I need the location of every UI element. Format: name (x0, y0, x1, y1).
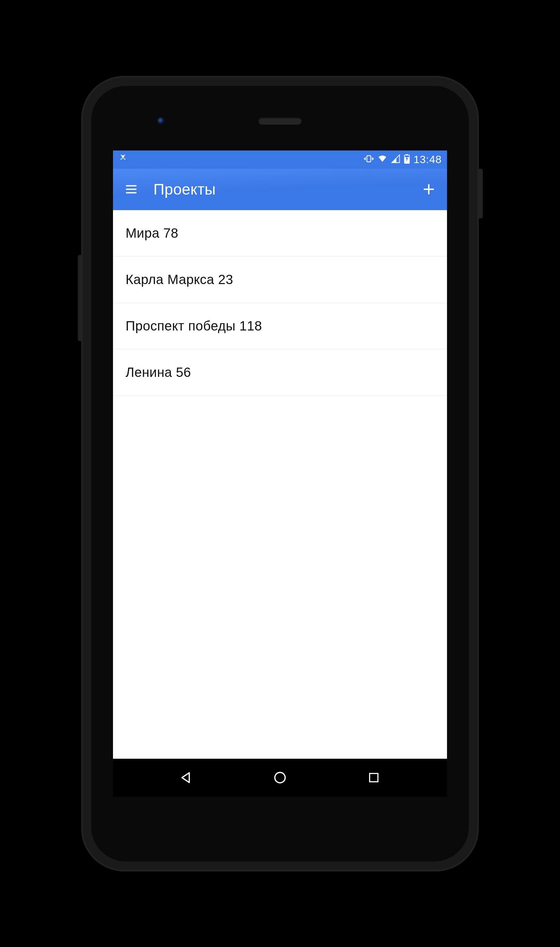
list-item-label: Ленина 56 (126, 365, 191, 380)
svg-point-10 (275, 772, 285, 782)
signal-icon (391, 154, 400, 165)
phone-frame: 13:48 Проекты (81, 76, 479, 872)
recents-button[interactable] (360, 764, 387, 791)
svg-point-0 (122, 155, 124, 157)
status-left (118, 154, 128, 165)
navigation-bar (113, 759, 447, 797)
list-item[interactable]: Мира 78 (113, 210, 447, 257)
back-button[interactable] (173, 764, 200, 791)
list-item[interactable]: Ленина 56 (113, 350, 447, 396)
menu-button[interactable] (123, 181, 140, 197)
volume-button (78, 255, 81, 341)
svg-rect-1 (367, 156, 371, 162)
power-button (479, 169, 483, 219)
svg-rect-3 (406, 154, 408, 155)
app-bar: Проекты (113, 169, 447, 210)
project-list[interactable]: Мира 78 Карла Маркса 23 Проспект победы … (113, 210, 447, 759)
vibrate-icon (364, 154, 374, 165)
svg-rect-11 (369, 774, 378, 782)
screen: 13:48 Проекты (113, 151, 447, 797)
home-button[interactable] (267, 764, 293, 791)
list-item-label: Проспект победы 118 (126, 319, 262, 333)
phone-bezel: 13:48 Проекты (91, 86, 469, 861)
wifi-icon (377, 154, 388, 165)
status-right: 13:48 (364, 154, 442, 166)
status-bar: 13:48 (113, 151, 447, 169)
page-title: Проекты (154, 180, 406, 198)
list-item[interactable]: Проспект победы 118 (113, 303, 447, 350)
front-camera (157, 117, 165, 125)
battery-icon (404, 154, 410, 165)
list-item[interactable]: Карла Маркса 23 (113, 257, 447, 303)
status-time: 13:48 (414, 154, 442, 166)
list-item-label: Мира 78 (126, 226, 178, 241)
add-button[interactable] (420, 181, 437, 197)
debug-icon (118, 154, 128, 165)
list-item-label: Карла Маркса 23 (126, 272, 233, 287)
earpiece-speaker (258, 117, 302, 125)
